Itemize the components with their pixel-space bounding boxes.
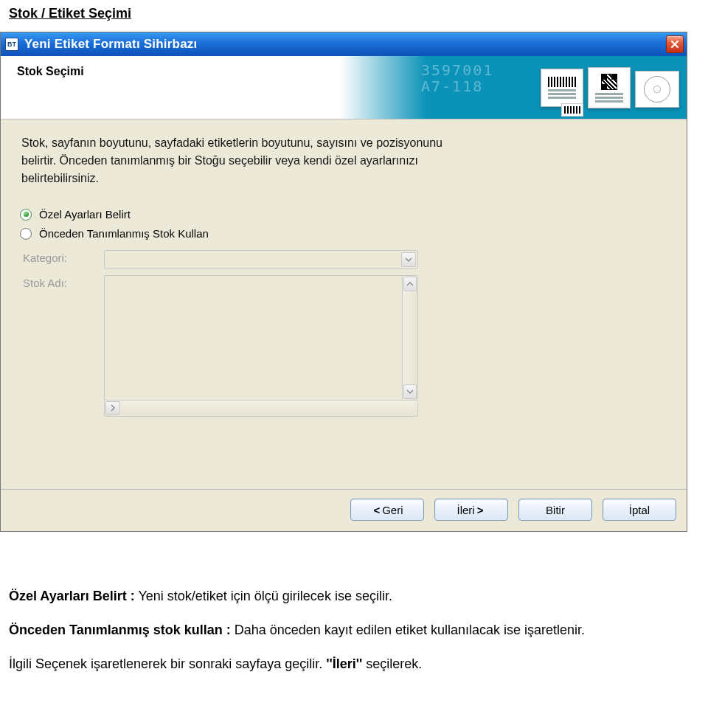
window-title: Yeni Etiket Formatı Sihirbazı bbox=[24, 37, 660, 52]
app-icon: BT bbox=[5, 38, 18, 51]
chevron-down-icon bbox=[406, 388, 414, 395]
next-button-label: İleri bbox=[457, 504, 475, 516]
scroll-down-button[interactable] bbox=[403, 384, 417, 399]
combo-dropdown-button[interactable] bbox=[401, 252, 416, 267]
note-part-b: seçilerek. bbox=[362, 656, 422, 671]
chevron-right-icon bbox=[109, 404, 117, 412]
titlebar: BT Yeni Etiket Formatı Sihirbazı bbox=[1, 32, 687, 56]
radio-custom-settings[interactable]: Özel Ayarları Belirt bbox=[20, 208, 666, 221]
header-graphic: 3597001 A7-118 bbox=[340, 56, 687, 119]
term-custom: Özel Ayarları Belirt : bbox=[9, 589, 135, 603]
finish-button[interactable]: Bitir bbox=[518, 499, 592, 521]
label-thumb-barcode bbox=[541, 69, 583, 107]
next-button[interactable]: İleri > bbox=[434, 499, 508, 521]
label-stock-name: Stok Adı: bbox=[23, 275, 97, 289]
close-icon bbox=[670, 40, 679, 49]
back-button[interactable]: < Geri bbox=[350, 499, 424, 521]
cancel-button[interactable]: İptal bbox=[603, 499, 676, 521]
term-predefined: Önceden Tanımlanmış stok kullan : bbox=[9, 623, 231, 637]
stock-options-group: Özel Ayarları Belirt Önceden Tanımlanmış… bbox=[20, 208, 666, 417]
radio-selected-icon bbox=[20, 209, 32, 221]
wizard-step-title: Stok Seçimi bbox=[17, 65, 84, 78]
cancel-button-label: İptal bbox=[629, 504, 650, 516]
chevron-up-icon bbox=[406, 280, 414, 288]
note-part-a: İlgili Seçenek işaretlenerek bir sonraki… bbox=[9, 656, 326, 671]
back-button-label: Geri bbox=[382, 504, 403, 516]
radio-predefined-stock[interactable]: Önceden Tanımlanmış Stok Kullan bbox=[20, 227, 666, 240]
term-custom-desc: Yeni stok/etiket için ölçü girilecek ise… bbox=[135, 589, 392, 603]
stock-name-control bbox=[104, 275, 418, 417]
radio-predefined-label: Önceden Tanımlanmış Stok Kullan bbox=[39, 227, 209, 240]
document-explanation: Özel Ayarları Belirt : Yeni stok/etiket … bbox=[0, 532, 699, 703]
wizard-dialog: BT Yeni Etiket Formatı Sihirbazı Stok Se… bbox=[0, 32, 687, 532]
label-thumb-qr bbox=[588, 67, 631, 108]
term-predefined-desc: Daha önceden kayıt edilen etiket kullanı… bbox=[231, 623, 585, 637]
page-heading: Stok / Etiket Seçimi bbox=[0, 0, 708, 32]
stock-name-listbox[interactable] bbox=[104, 275, 402, 401]
chevron-down-icon bbox=[405, 256, 412, 263]
qr-icon bbox=[601, 74, 617, 90]
scroll-right-button[interactable] bbox=[105, 401, 120, 415]
barcode-thumb-small bbox=[561, 103, 583, 117]
wizard-button-bar: < Geri İleri > Bitir İptal bbox=[1, 489, 687, 531]
wizard-body: Stok, sayfanın boyutunu, sayfadaki etike… bbox=[1, 119, 687, 423]
horizontal-scrollbar[interactable] bbox=[104, 401, 418, 417]
body-spacer bbox=[1, 423, 687, 489]
radio-custom-label: Özel Ayarları Belirt bbox=[39, 208, 131, 221]
cd-icon bbox=[644, 76, 670, 103]
close-button[interactable] bbox=[666, 35, 684, 53]
finish-button-label: Bitir bbox=[546, 504, 565, 516]
chevron-left-icon: < bbox=[373, 504, 380, 516]
wizard-header: Stok Seçimi 3597001 A7-118 bbox=[1, 56, 687, 119]
label-thumb-cd bbox=[635, 71, 679, 108]
category-combobox[interactable] bbox=[104, 250, 418, 269]
note-ileri: ''İleri'' bbox=[326, 656, 362, 671]
step-description: Stok, sayfanın boyutunu, sayfadaki etike… bbox=[21, 134, 479, 187]
scroll-up-button[interactable] bbox=[403, 277, 417, 291]
vertical-scrollbar[interactable] bbox=[402, 275, 418, 401]
header-ghost-text: 3597001 A7-118 bbox=[421, 62, 493, 94]
radio-unselected-icon bbox=[20, 228, 32, 240]
chevron-right-icon: > bbox=[477, 504, 484, 516]
label-category: Kategori: bbox=[23, 250, 97, 264]
